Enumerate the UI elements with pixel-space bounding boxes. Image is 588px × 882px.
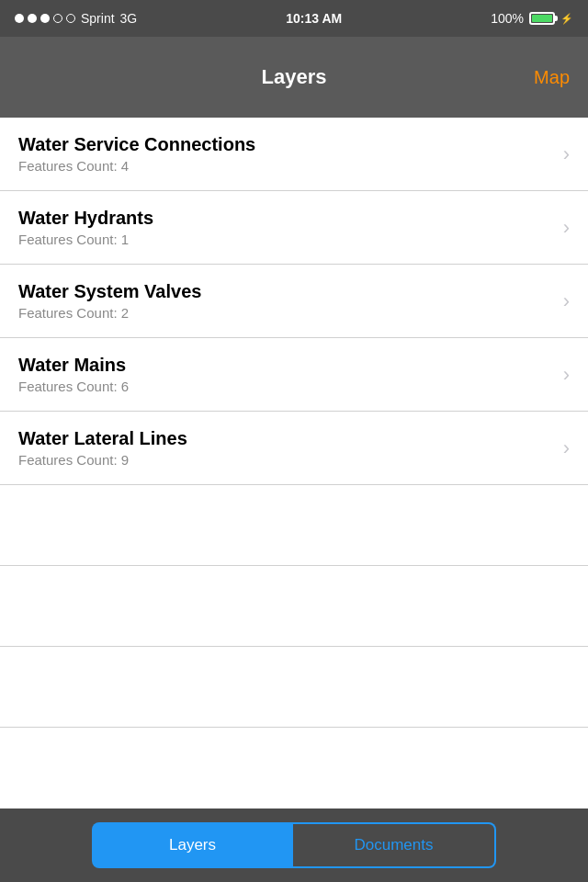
item-title: Water System Valves xyxy=(18,281,201,302)
item-subtitle: Features Count: 1 xyxy=(18,232,153,247)
item-subtitle: Features Count: 2 xyxy=(18,305,201,321)
network-label: 3G xyxy=(120,11,138,26)
list-item[interactable]: Water Mains Features Count: 6 › xyxy=(0,338,588,412)
nav-title: Layers xyxy=(262,65,327,89)
dot-5 xyxy=(66,14,75,23)
list-item-text: Water Lateral Lines Features Count: 9 xyxy=(18,428,187,468)
list-item[interactable]: Water Service Connections Features Count… xyxy=(0,118,588,191)
list-item-text: Water Service Connections Features Count… xyxy=(18,134,255,174)
item-title: Water Hydrants xyxy=(18,208,153,229)
item-subtitle: Features Count: 4 xyxy=(18,158,255,174)
item-subtitle: Features Count: 9 xyxy=(18,452,187,468)
empty-row-1 xyxy=(0,485,588,566)
dot-1 xyxy=(15,14,24,23)
dot-2 xyxy=(28,14,37,23)
status-time: 10:13 AM xyxy=(286,11,342,26)
chevron-right-icon: › xyxy=(563,216,570,240)
battery-icon xyxy=(529,12,555,25)
item-title: Water Mains xyxy=(18,355,129,376)
nav-bar: Layers Map xyxy=(0,37,588,118)
battery-percent: 100% xyxy=(491,11,524,26)
signal-dots xyxy=(15,14,75,23)
status-right: 100% ⚡ xyxy=(491,11,573,26)
item-title: Water Lateral Lines xyxy=(18,428,187,449)
chevron-right-icon: › xyxy=(563,289,570,313)
tab-layers-button[interactable]: Layers xyxy=(92,822,293,868)
layers-list: Water Service Connections Features Count… xyxy=(0,118,588,728)
empty-row-3 xyxy=(0,647,588,728)
dot-3 xyxy=(40,14,50,23)
list-item-text: Water Mains Features Count: 6 xyxy=(18,355,129,394)
battery-fill xyxy=(532,15,552,22)
list-item[interactable]: Water Hydrants Features Count: 1 › xyxy=(0,191,588,265)
list-item[interactable]: Water System Valves Features Count: 2 › xyxy=(0,265,588,338)
tab-documents-button[interactable]: Documents xyxy=(293,822,496,868)
tab-bar: Layers Documents xyxy=(0,808,588,882)
item-title: Water Service Connections xyxy=(18,134,255,155)
charging-bolt-icon: ⚡ xyxy=(560,13,573,25)
empty-row-2 xyxy=(0,566,588,647)
chevron-right-icon: › xyxy=(563,363,570,387)
list-item[interactable]: Water Lateral Lines Features Count: 9 › xyxy=(0,412,588,485)
item-subtitle: Features Count: 6 xyxy=(18,379,129,394)
carrier-label: Sprint xyxy=(81,11,115,26)
status-bar: Sprint 3G 10:13 AM 100% ⚡ xyxy=(0,0,588,37)
dot-4 xyxy=(53,14,62,23)
list-item-text: Water Hydrants Features Count: 1 xyxy=(18,208,153,247)
chevron-right-icon: › xyxy=(563,436,570,460)
map-button[interactable]: Map xyxy=(534,67,570,88)
chevron-right-icon: › xyxy=(563,142,570,166)
list-item-text: Water System Valves Features Count: 2 xyxy=(18,281,201,321)
status-left: Sprint 3G xyxy=(15,11,137,26)
